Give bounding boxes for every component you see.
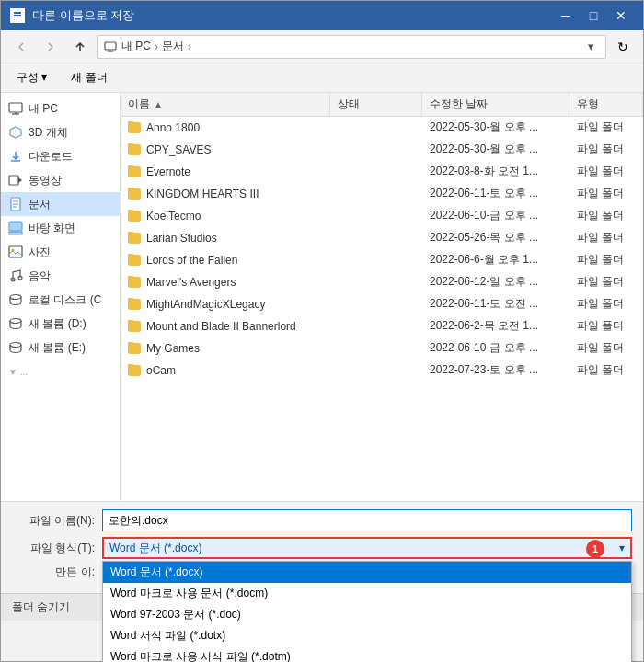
file-name-cell: Lords of the Fallen bbox=[121, 254, 330, 267]
sidebar-item-volume-d[interactable]: 새 볼륨 (D:) bbox=[1, 312, 120, 336]
folder-icon bbox=[128, 365, 141, 376]
sidebar: 내 PC 3D 개체 다운로드 동영상 bbox=[1, 93, 121, 501]
sidebar-item-volume-e[interactable]: 새 볼륨 (E:) bbox=[1, 336, 120, 360]
sidebar-item-docs[interactable]: 문서 bbox=[1, 192, 120, 216]
dropdown-option-dotx[interactable]: Word 서식 파일 (*.dotx) bbox=[103, 625, 631, 646]
sidebar-item-download[interactable]: 다운로드 bbox=[1, 144, 120, 168]
sidebar-item-label: 다운로드 bbox=[29, 149, 73, 165]
table-row[interactable]: Mount and Blade II Bannerlord 2022-06-2-… bbox=[121, 315, 643, 337]
table-row[interactable]: oCam 2022-07-23-토 오후 ... 파일 폴더 bbox=[121, 360, 643, 382]
sidebar-item-music[interactable]: 음악 bbox=[1, 264, 120, 288]
file-name-cell: My Games bbox=[121, 342, 330, 355]
sidebar-item-label: 내 PC bbox=[29, 101, 58, 117]
folder-icon bbox=[128, 188, 141, 200]
desktop-icon bbox=[8, 221, 23, 235]
table-row[interactable]: Marvel's Avengers 2022-06-12-일 오후 ... 파일… bbox=[121, 271, 643, 293]
file-name-cell: Evernote bbox=[121, 166, 330, 178]
disk-icon-d bbox=[8, 316, 23, 331]
file-type-cell: 파일 폴더 bbox=[569, 318, 643, 334]
document-icon bbox=[8, 197, 23, 211]
folder-icon bbox=[128, 166, 141, 177]
filetype-dropdown-wrapper: Word 문서 (*.docx) ▾ 1 Word 문서 (*.docx) Wo… bbox=[102, 537, 632, 559]
file-modified-cell: 2022-06-10-금 오후 ... bbox=[422, 340, 569, 356]
folder-icon bbox=[128, 277, 141, 288]
file-modified-cell: 2022-06-11-토 오전 ... bbox=[422, 296, 569, 312]
table-row[interactable]: KoeiTecmo 2022-06-10-금 오후 ... 파일 폴더 bbox=[121, 205, 643, 227]
forward-button[interactable] bbox=[38, 34, 63, 60]
table-row[interactable]: Lords of the Fallen 2022-06-6-월 오후 1... … bbox=[121, 249, 643, 271]
file-name-cell: Mount and Blade II Bannerlord bbox=[121, 320, 330, 333]
table-row[interactable]: Larian Studios 2022-05-26-목 오후 ... 파일 폴더 bbox=[121, 227, 643, 249]
table-row[interactable]: KINGDOM HEARTS III 2022-06-11-토 오후 ... 파… bbox=[121, 183, 643, 205]
svg-point-24 bbox=[10, 295, 21, 300]
svg-rect-3 bbox=[14, 17, 18, 17]
col-header-type[interactable]: 유형 bbox=[569, 93, 643, 116]
table-row[interactable]: My Games 2022-06-10-금 오후 ... 파일 폴더 bbox=[121, 337, 643, 360]
close-button[interactable]: ✕ bbox=[608, 3, 634, 29]
filename-input[interactable] bbox=[102, 509, 632, 531]
breadcrumb-pc: 내 PC bbox=[121, 39, 151, 54]
minimize-button[interactable]: ─ bbox=[553, 3, 579, 29]
window-icon bbox=[10, 8, 25, 23]
svg-rect-1 bbox=[14, 12, 21, 14]
sidebar-item-photos[interactable]: 사진 bbox=[1, 240, 120, 264]
col-header-modified[interactable]: 수정한 날짜 bbox=[422, 93, 569, 116]
sidebar-item-3d[interactable]: 3D 개체 bbox=[1, 120, 120, 144]
file-name-cell: Anno 1800 bbox=[121, 121, 330, 134]
table-row[interactable]: MightAndMagicXLegacy 2022-06-11-토 오전 ...… bbox=[121, 293, 643, 315]
back-button[interactable] bbox=[8, 34, 34, 60]
file-list-area: 이름 ▲ 상태 수정한 날짜 유형 Anno 1800 2022 bbox=[121, 93, 643, 501]
col-header-name[interactable]: 이름 ▲ bbox=[121, 93, 330, 116]
table-row[interactable]: Anno 1800 2022-05-30-월 오후 ... 파일 폴더 bbox=[121, 117, 643, 139]
secondary-toolbar: 구성 ▾ 새 폴더 bbox=[1, 63, 643, 93]
organize-button[interactable]: 구성 ▾ bbox=[8, 67, 55, 89]
folder-icon bbox=[128, 321, 141, 332]
file-name-cell: Larian Studios bbox=[121, 232, 330, 245]
file-modified-cell: 2022-05-30-월 오후 ... bbox=[422, 142, 569, 157]
svg-rect-18 bbox=[9, 222, 22, 231]
sidebar-item-local-c[interactable]: 로컬 디스크 (C bbox=[1, 288, 120, 312]
svg-point-25 bbox=[10, 319, 21, 324]
up-button[interactable] bbox=[67, 34, 93, 60]
file-modified-cell: 2022-05-26-목 오후 ... bbox=[422, 230, 569, 245]
file-type-cell: 파일 폴더 bbox=[569, 252, 643, 268]
file-type-cell: 파일 폴더 bbox=[569, 142, 643, 157]
svg-rect-4 bbox=[105, 42, 116, 50]
file-type-cell: 파일 폴더 bbox=[569, 208, 643, 223]
sort-arrow: ▲ bbox=[154, 99, 163, 109]
folder-icon bbox=[128, 233, 141, 244]
dropdown-option-docx-selected[interactable]: Word 문서 (*.docx) bbox=[103, 562, 631, 583]
svg-rect-19 bbox=[9, 232, 22, 234]
file-name-cell: oCam bbox=[121, 364, 330, 377]
photo-icon bbox=[8, 245, 23, 259]
file-type-cell: 파일 폴더 bbox=[569, 186, 643, 201]
address-dropdown-button[interactable]: ▾ bbox=[581, 38, 600, 56]
sidebar-item-mypc[interactable]: 내 PC bbox=[1, 97, 120, 120]
file-name-cell: KINGDOM HEARTS III bbox=[121, 188, 330, 200]
sidebar-item-video[interactable]: 동영상 bbox=[1, 168, 120, 192]
file-name-cell: MightAndMagicXLegacy bbox=[121, 298, 330, 311]
bottom-section: 파일 이름(N): 파일 형식(T): Word 문서 (*.docx) ▾ 1… bbox=[1, 501, 643, 593]
file-modified-cell: 2022-06-2-목 오전 1... bbox=[422, 318, 569, 334]
dropdown-option-docm[interactable]: Word 마크로 사용 문서 (*.docm) bbox=[103, 583, 631, 604]
table-row[interactable]: CPY_SAVES 2022-05-30-월 오후 ... 파일 폴더 bbox=[121, 139, 643, 161]
disk-icon-c bbox=[8, 292, 23, 307]
table-row[interactable]: Evernote 2022-03-8-화 오전 1... 파일 폴더 bbox=[121, 161, 643, 183]
col-header-status[interactable]: 상태 bbox=[330, 93, 422, 116]
navigation-toolbar: 내 PC › 문서 › ▾ ↻ bbox=[1, 30, 643, 63]
folder-icon bbox=[128, 299, 141, 310]
file-type-cell: 파일 폴더 bbox=[569, 274, 643, 290]
refresh-button[interactable]: ↻ bbox=[610, 34, 636, 60]
svg-marker-13 bbox=[18, 177, 22, 183]
new-folder-button[interactable]: 새 폴더 bbox=[63, 67, 115, 89]
sidebar-item-label: 동영상 bbox=[29, 173, 62, 188]
address-bar: 내 PC › 문서 › ▾ bbox=[97, 35, 606, 59]
filetype-dropdown[interactable]: Word 문서 (*.docx) ▾ 1 bbox=[102, 537, 632, 559]
sidebar-item-desktop[interactable]: 바탕 화면 bbox=[1, 216, 120, 240]
svg-rect-12 bbox=[9, 176, 18, 185]
dropdown-option-doc[interactable]: Word 97-2003 문서 (*.doc) bbox=[103, 604, 631, 625]
dropdown-option-dotm[interactable]: Word 마크로 사용 서식 파일 (*.dotm) bbox=[103, 646, 631, 662]
maximize-button[interactable]: □ bbox=[581, 3, 606, 29]
file-type-cell: 파일 폴더 bbox=[569, 164, 643, 179]
folder-toggle-label: 폴더 숨기기 bbox=[12, 599, 70, 615]
